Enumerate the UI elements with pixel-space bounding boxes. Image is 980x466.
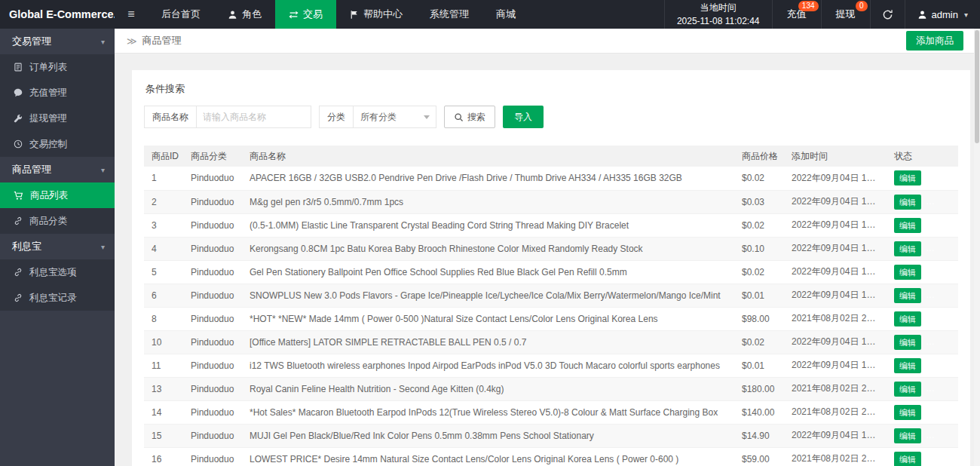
sidebar-item-trade-control[interactable]: 交易控制 [0, 131, 115, 157]
top-nav-item-system-management[interactable]: 系统管理 [416, 0, 482, 29]
edit-button[interactable]: 编辑 [894, 358, 921, 373]
cell-id: 10 [144, 330, 183, 354]
sidebar-item-interest-options[interactable]: 利息宝选项 [0, 259, 115, 285]
add-product-button[interactable]: 添加商品 [906, 31, 963, 51]
edit-button[interactable]: 编辑 [894, 405, 921, 420]
edit-button[interactable]: 编辑 [894, 311, 921, 327]
order-list-icon [14, 63, 23, 72]
top-nav-item-help-center[interactable]: 帮助中心 [336, 0, 416, 29]
edit-button[interactable]: 编辑 [894, 218, 921, 233]
cell-price: $0.01 [734, 354, 784, 377]
flag-icon [350, 10, 359, 20]
cell-time: 2022年09月04日 13:49:26 [784, 424, 887, 447]
sidebar-item-goods-list[interactable]: 商品列表 [0, 182, 115, 208]
user-menu[interactable]: admin ▾ [905, 0, 980, 29]
sidebar-item-withdraw-management[interactable]: 提现管理 [0, 106, 115, 131]
sidebar-group-label: 商品管理 [12, 163, 51, 176]
app-logo: Global E-Commerce... [0, 0, 115, 29]
cell-category: Pinduoduo [183, 307, 242, 330]
top-nav-item-label: 后台首页 [161, 8, 201, 21]
search-toolbar: 商品名称 分类 所有分类 搜索 导入 [144, 106, 958, 128]
main-content: ≫ 商品管理 添加商品 条件搜索 商品名称 分类 所有分类 [115, 29, 980, 466]
cell-name: *Hot Sales* Macaron Bluetooth Earpod InP… [242, 400, 734, 424]
local-time-label: 当地时间 [677, 1, 760, 14]
sidebar-group-interest-treasure[interactable]: 利息宝▾ [0, 234, 115, 259]
sidebar-item-label: 商品列表 [30, 189, 68, 202]
local-time: 当地时间 2025-11-08 11:02:44 [664, 0, 772, 29]
cell-category: Pinduoduo [183, 190, 242, 213]
sidebar: 交易管理▾订单列表充值管理提现管理交易控制商品管理▾商品列表商品分类利息宝▾利息… [0, 29, 115, 466]
top-nav: 后台首页角色交易帮助中心系统管理商城 [148, 0, 529, 29]
cell-price: $0.01 [734, 284, 784, 307]
product-name-input[interactable] [197, 106, 311, 128]
sidebar-item-goods-category[interactable]: 商品分类 [0, 208, 115, 234]
cell-name: APACER 16GB / 32GB USB2.0 Pendrive Pen D… [242, 167, 734, 190]
cell-time: 2022年09月04日 13:47:42 [784, 260, 887, 284]
edit-button[interactable]: 编辑 [894, 265, 921, 280]
cell-id: 1 [144, 167, 183, 190]
edit-button[interactable]: 编辑 [894, 241, 921, 256]
cell-actions: 编辑删除 [887, 307, 958, 330]
vertical-scrollbar[interactable] [974, 29, 980, 466]
local-time-value: 2025-11-08 11:02:44 [677, 14, 760, 28]
import-button[interactable]: 导入 [503, 106, 544, 128]
breadcrumb: ≫ 商品管理 [127, 34, 182, 48]
cell-time: 2021年08月02日 21:07:29 [784, 307, 887, 330]
cell-id: 15 [144, 424, 183, 447]
top-nav-item-home[interactable]: 后台首页 [148, 0, 214, 29]
edit-button[interactable]: 编辑 [894, 452, 921, 466]
sidebar-item-label: 充值管理 [29, 87, 67, 100]
sidebar-item-order-list[interactable]: 订单列表 [0, 54, 115, 80]
search-button[interactable]: 搜索 [444, 106, 495, 128]
cell-time: 2021年08月02日 21:07:29 [784, 400, 887, 424]
cell-price: $0.02 [734, 213, 784, 237]
sidebar-group-trade-management[interactable]: 交易管理▾ [0, 29, 115, 54]
table-row: 2PinduoduoM&g gel pen r3/r5 0.5mm/0.7mm … [144, 190, 958, 213]
withdraw-nav-item[interactable]: 提现 0 [821, 0, 870, 29]
top-nav-item-roles[interactable]: 角色 [214, 0, 275, 29]
cell-actions: 编辑删除 [887, 377, 958, 400]
exchange-icon [289, 10, 299, 20]
sidebar-item-recharge-management[interactable]: 充值管理 [0, 80, 115, 106]
product-card: 条件搜索 商品名称 分类 所有分类 搜索 [132, 70, 970, 466]
cell-name: M&g gel pen r3/r5 0.5mm/0.7mm 1pcs [242, 190, 734, 213]
cell-price: $180.00 [734, 377, 784, 400]
sidebar-item-interest-records[interactable]: 利息宝记录 [0, 285, 115, 311]
sidebar-group-label: 利息宝 [12, 240, 41, 253]
cell-id: 16 [144, 447, 183, 466]
recharge-nav-item[interactable]: 充值 134 [772, 0, 821, 29]
table-row: 4PinduoduoKerongsang 0.8CM 1pc Batu Kore… [144, 237, 958, 260]
search-icon [454, 112, 464, 122]
top-nav-item-trade[interactable]: 交易 [275, 0, 336, 29]
sidebar-group-goods-management[interactable]: 商品管理▾ [0, 157, 115, 182]
cell-actions: 编辑删除 [887, 213, 958, 237]
cell-actions: 编辑删除 [887, 400, 958, 424]
person-icon [917, 10, 927, 20]
category-select[interactable]: 所有分类 [354, 106, 436, 128]
cell-category: Pinduoduo [183, 424, 242, 447]
top-nav-item-mall[interactable]: 商城 [482, 0, 529, 29]
category-group: 分类 所有分类 [319, 106, 436, 128]
cell-category: Pinduoduo [183, 167, 242, 190]
cell-name: (0.5-1.0MM) Elastic Line Transparent Cry… [242, 213, 734, 237]
refresh-button[interactable] [870, 0, 905, 29]
sidebar-toggle-icon[interactable]: ≡ [115, 0, 148, 29]
top-nav-item-label: 交易 [303, 8, 323, 21]
scrollbar-thumb[interactable] [975, 30, 979, 143]
cell-time: 2022年09月04日 13:47:53 [784, 284, 887, 307]
cell-time: 2022年09月04日 13:46:16 [784, 237, 887, 260]
product-table: 商品ID商品分类商品名称商品价格添加时间状态 1PinduoduoAPACER … [144, 146, 958, 466]
edit-button[interactable]: 编辑 [894, 335, 921, 350]
edit-button[interactable]: 编辑 [894, 382, 921, 397]
edit-button[interactable]: 编辑 [894, 428, 921, 443]
edit-button[interactable]: 编辑 [894, 288, 921, 303]
column-header: 商品ID [144, 146, 183, 167]
cell-actions: 编辑删除 [887, 284, 958, 307]
column-header: 添加时间 [784, 146, 887, 167]
page-title: 商品管理 [142, 34, 182, 48]
sidebar-item-label: 利息宝记录 [29, 292, 77, 305]
edit-button[interactable]: 编辑 [894, 170, 921, 185]
product-name-group: 商品名称 [144, 106, 311, 128]
refresh-icon [882, 9, 893, 20]
edit-button[interactable]: 编辑 [894, 195, 921, 210]
